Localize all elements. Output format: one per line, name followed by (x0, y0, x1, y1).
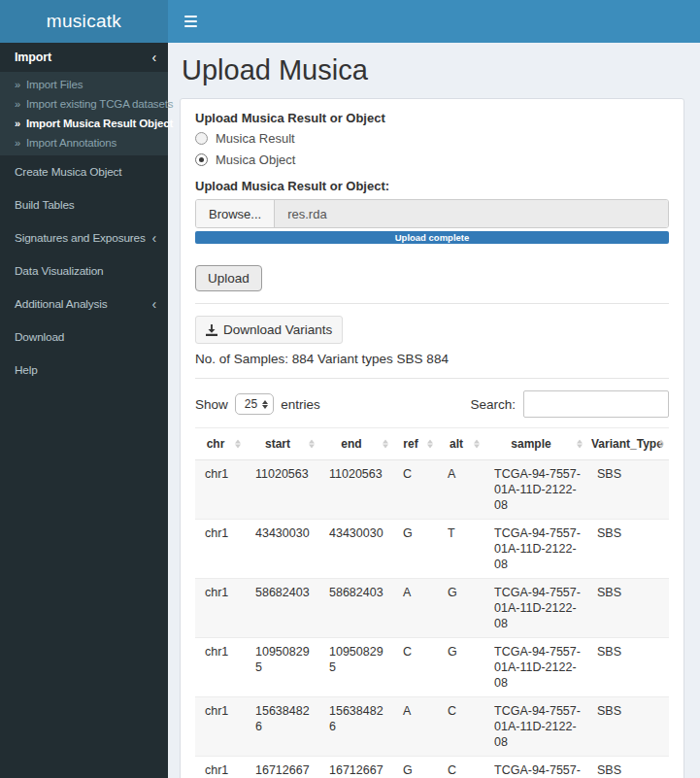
column-header-start[interactable]: start (246, 428, 319, 460)
cell-chr: chr1 (195, 638, 246, 697)
browse-button[interactable]: Browse... (196, 200, 275, 227)
cell-chr: chr1 (195, 460, 246, 520)
upload-panel: Upload Musica Result or Object Musica Re… (180, 98, 684, 778)
sidebar-item-data-visualization[interactable]: Data Visualization (0, 254, 168, 288)
sort-icon (235, 440, 241, 449)
sidebar-item-help[interactable]: Help (0, 354, 168, 387)
datatable-controls: Show 25 entries Search: (195, 390, 669, 418)
radio-option-label: Musica Object (216, 152, 295, 167)
cell-variant_type: SBS (587, 697, 669, 757)
divider (195, 303, 669, 304)
cell-ref: C (393, 460, 438, 520)
chevron-left-icon: ‹ (151, 231, 156, 245)
table-row[interactable]: chr1156384826156384826ACTCGA-94-7557-01A… (195, 697, 669, 757)
sidebar-subitem-label: Import Annotations (26, 137, 117, 149)
cell-sample: TCGA-94-7557-01A-11D-2122-08 (484, 638, 587, 697)
angle-double-right-icon: » (15, 137, 20, 149)
sidebar-subitem-import-files[interactable]: »Import Files (0, 75, 168, 94)
sidebar-item-build-tables[interactable]: Build Tables (0, 188, 168, 221)
table-header-row: chrstartendrefaltsampleVariant_Type (195, 428, 669, 460)
sidebar-toggle-button[interactable] (168, 0, 213, 43)
sidebar-subitem-import-musica-result-object[interactable]: »Import Musica Result Object (0, 114, 168, 133)
column-header-ref[interactable]: ref (393, 428, 438, 460)
table-row[interactable]: chr14343003043430030GTTCGA-94-7557-01A-1… (195, 520, 669, 579)
column-header-alt[interactable]: alt (438, 428, 484, 460)
radio-option-label: Musica Result (216, 131, 295, 146)
sort-icon (577, 440, 583, 449)
cell-ref: G (393, 757, 438, 778)
cell-end: 109508295 (319, 638, 393, 697)
radio-group-label: Upload Musica Result or Object (195, 111, 669, 125)
search-label: Search: (470, 397, 516, 412)
page-title: Upload Musica (182, 54, 684, 86)
sidebar-item-create-musica-object[interactable]: Create Musica Object (0, 155, 168, 188)
column-header-variant_type[interactable]: Variant_Type (587, 428, 669, 460)
sidebar-item-download[interactable]: Download (0, 321, 168, 354)
sidebar-item-label: Create Musica Object (15, 165, 121, 179)
cell-chr: chr1 (195, 520, 246, 579)
cell-start: 109508295 (246, 638, 319, 697)
page-length-control: Show 25 entries (195, 393, 320, 415)
cell-end: 11020563 (319, 460, 393, 520)
cell-variant_type: SBS (587, 579, 669, 638)
cell-end: 58682403 (319, 579, 393, 638)
cell-sample: TCGA-94-7557-01A-11D-2122-08 (484, 520, 587, 579)
cell-chr: chr1 (195, 697, 246, 757)
sort-icon (658, 440, 664, 449)
sidebar-item-signatures-and-exposures[interactable]: Signatures and Exposures‹ (0, 221, 168, 254)
table-row[interactable]: chr15868240358682403AGTCGA-94-7557-01A-1… (195, 579, 669, 638)
samples-summary: No. of Samples: 884 Variant types SBS 88… (195, 352, 669, 366)
upload-button[interactable]: Upload (195, 265, 262, 291)
cell-alt: C (438, 697, 484, 757)
variants-table: chrstartendrefaltsampleVariant_Type chr1… (195, 427, 669, 778)
sidebar-item-additional-analysis[interactable]: Additional Analysis‹ (0, 288, 168, 321)
bars-icon (184, 25, 197, 28)
radio-option-musica-object[interactable]: Musica Object (195, 152, 669, 167)
page-length-select[interactable]: 25 (235, 393, 274, 415)
sidebar-item-label: Download (15, 330, 64, 344)
sidebar-item-label: Additional Analysis (15, 297, 108, 311)
search-input[interactable] (523, 390, 669, 418)
table-row[interactable]: chr1167126673167126673GCTCGA-94-7557-01A… (195, 757, 669, 778)
cell-ref: A (393, 697, 438, 757)
page-length-value: 25 (245, 397, 257, 411)
sidebar-subitem-import-existing-tcga-datasets[interactable]: »Import existing TCGA datasets (0, 94, 168, 114)
cell-ref: C (393, 638, 438, 697)
sidebar-nav: Import ‹ »Import Files»Import existing T… (0, 43, 168, 778)
column-header-end[interactable]: end (319, 428, 393, 460)
search-control: Search: (470, 390, 669, 418)
cell-end: 43430030 (319, 520, 393, 579)
cell-variant_type: SBS (587, 460, 669, 520)
sidebar-subitem-label: Import existing TCGA datasets (26, 98, 173, 110)
sidebar-item-label: Build Tables (15, 198, 75, 212)
column-header-sample[interactable]: sample (484, 428, 587, 460)
download-variants-button[interactable]: Download Variants (195, 316, 343, 344)
cell-variant_type: SBS (587, 638, 669, 697)
cell-start: 11020563 (246, 460, 319, 520)
table-row[interactable]: chr1109508295109508295CGTCGA-94-7557-01A… (195, 638, 669, 697)
sidebar-subitem-label: Import Musica Result Object (26, 118, 173, 129)
angle-double-right-icon: » (15, 79, 20, 90)
radio-icon (195, 153, 208, 166)
main-content: Upload Musica Upload Musica Result or Ob… (168, 43, 700, 778)
cell-ref: A (393, 579, 438, 638)
cell-ref: G (393, 520, 438, 579)
cell-end: 156384826 (319, 697, 393, 757)
cell-end: 167126673 (319, 757, 393, 778)
sort-icon (383, 440, 388, 449)
file-name-field: res.rda (275, 200, 668, 227)
sort-icon (474, 440, 480, 449)
sidebar-item-import[interactable]: Import ‹ (0, 43, 168, 72)
cell-chr: chr1 (195, 757, 246, 778)
cell-variant_type: SBS (587, 757, 669, 778)
bars-icon (184, 16, 197, 18)
column-header-chr[interactable]: chr (195, 428, 246, 460)
table-row[interactable]: chr11102056311020563CATCGA-94-7557-01A-1… (195, 460, 669, 520)
app-logo[interactable]: musicatk (0, 0, 168, 43)
cell-chr: chr1 (195, 579, 246, 638)
bars-icon (184, 20, 197, 23)
cell-alt: A (438, 460, 484, 520)
cell-sample: TCGA-94-7557-01A-11D-2122-08 (484, 757, 587, 778)
radio-option-musica-result[interactable]: Musica Result (195, 131, 669, 146)
sidebar-subitem-import-annotations[interactable]: »Import Annotations (0, 133, 168, 152)
